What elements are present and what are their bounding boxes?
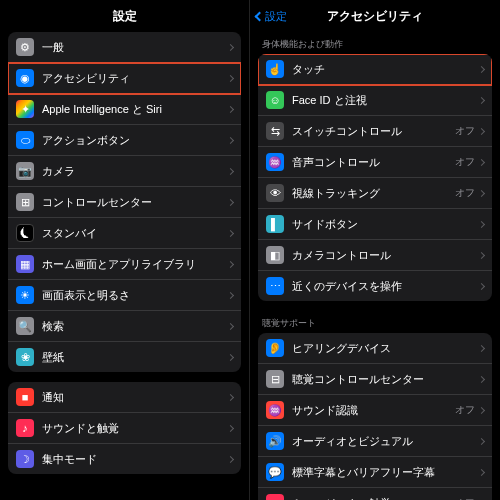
list-row[interactable]: 💬標準字幕とバリアフリー字幕 (258, 457, 492, 488)
action-button-icon: ⬭ (16, 131, 34, 149)
chevron-right-icon (478, 375, 485, 382)
row-label: オーディオとビジュアル (292, 434, 479, 449)
list-row[interactable]: ♒サウンド認識オフ (258, 395, 492, 426)
display-icon: ☀ (16, 286, 34, 304)
touch-icon: ☝ (266, 60, 284, 78)
switch-control-icon: ⇆ (266, 122, 284, 140)
focus-icon: ☽ (16, 450, 34, 468)
list-row[interactable]: ◧カメラコントロール (258, 240, 492, 271)
row-label: 壁紙 (42, 350, 228, 365)
row-label: タッチ (292, 62, 479, 77)
list-row[interactable]: 👂ヒアリングデバイス (258, 333, 492, 364)
camera-icon: 📷 (16, 162, 34, 180)
row-label: スイッチコントロール (292, 124, 455, 139)
voice-control-icon: ♒ (266, 153, 284, 171)
back-button[interactable]: 設定 (256, 9, 287, 24)
list-row[interactable]: ☀画面表示と明るさ (8, 280, 241, 311)
chevron-right-icon (478, 65, 485, 72)
settings-panel: 設定 ⚙一般◉アクセシビリティ✦Apple Intelligence と Sir… (0, 0, 250, 500)
chevron-right-icon (227, 393, 234, 400)
list-row[interactable]: ⊟聴覚コントロールセンター (258, 364, 492, 395)
row-label: カメラ (42, 164, 228, 179)
list-row[interactable]: ☝タッチ (258, 54, 492, 85)
list-row[interactable]: 👁視線トラッキングオフ (258, 178, 492, 209)
row-label: ホーム画面とアプリライブラリ (42, 257, 228, 272)
list-row[interactable]: ▦ホーム画面とアプリライブラリ (8, 249, 241, 280)
chevron-right-icon (478, 406, 485, 413)
list-row[interactable]: 📷カメラ (8, 156, 241, 187)
chevron-right-icon (227, 424, 234, 431)
row-value: オフ (455, 155, 475, 169)
subtitles-icon: 💬 (266, 463, 284, 481)
row-value: オフ (455, 496, 475, 500)
list-row[interactable]: ⊞コントロールセンター (8, 187, 241, 218)
chevron-right-icon (478, 189, 485, 196)
hearing-icon: 👂 (266, 339, 284, 357)
list-row[interactable]: ☽集中モード (8, 444, 241, 474)
list-row[interactable]: ♪サウンドと触覚 (8, 413, 241, 444)
list-row[interactable]: ⬭アクションボタン (8, 125, 241, 156)
eye-tracking-icon: 👁 (266, 184, 284, 202)
chevron-right-icon (478, 282, 485, 289)
row-label: サウンドと触覚 (42, 421, 228, 436)
audio-visual-icon: 🔊 (266, 432, 284, 450)
settings-group: ⚙一般◉アクセシビリティ✦Apple Intelligence と Siri⬭ア… (8, 32, 241, 372)
hearing-control-icon: ⊟ (266, 370, 284, 388)
sounds-icon: ♪ (16, 419, 34, 437)
chevron-right-icon (478, 127, 485, 134)
chevron-right-icon (478, 96, 485, 103)
row-label: 検索 (42, 319, 228, 334)
list-row[interactable]: ⏾スタンバイ (8, 218, 241, 249)
list-row[interactable]: ✦Apple Intelligence と Siri (8, 94, 241, 125)
list-row[interactable]: ❀壁紙 (8, 342, 241, 372)
search-icon: 🔍 (16, 317, 34, 335)
list-row[interactable]: ▌サイドボタン (258, 209, 492, 240)
row-label: アクションボタン (42, 133, 228, 148)
chevron-right-icon (227, 105, 234, 112)
list-row[interactable]: ⇆スイッチコントロールオフ (258, 116, 492, 147)
row-label: ヒアリングデバイス (292, 341, 479, 356)
settings-list-scroll[interactable]: ⚙一般◉アクセシビリティ✦Apple Intelligence と Siri⬭ア… (0, 32, 249, 500)
row-label: 聴覚コントロールセンター (292, 372, 479, 387)
gear-icon: ⚙ (16, 38, 34, 56)
sound-recognition-icon: ♒ (266, 401, 284, 419)
side-button-icon: ▌ (266, 215, 284, 233)
row-label: 通知 (42, 390, 228, 405)
row-label: サイドボタン (292, 217, 479, 232)
list-row[interactable]: ■通知 (8, 382, 241, 413)
row-label: サウンド認識 (292, 403, 455, 418)
control-center-icon: ⊞ (16, 193, 34, 211)
row-label: スタンバイ (42, 226, 228, 241)
list-row[interactable]: ☺Face ID と注視 (258, 85, 492, 116)
chevron-right-icon (227, 229, 234, 236)
list-row[interactable]: ⚙一般 (8, 32, 241, 63)
row-label: Face ID と注視 (292, 93, 479, 108)
section-label: 身体機能および動作 (250, 32, 500, 54)
row-label: アクセシビリティ (42, 71, 228, 86)
chevron-right-icon (478, 251, 485, 258)
list-row[interactable]: ♒音声コントロールオフ (258, 147, 492, 178)
chevron-right-icon (478, 437, 485, 444)
row-label: Apple Intelligence と Siri (42, 102, 228, 117)
accessibility-title: アクセシビリティ (327, 8, 423, 25)
chevron-right-icon (227, 455, 234, 462)
chevron-right-icon (227, 353, 234, 360)
faceid-icon: ☺ (266, 91, 284, 109)
list-row[interactable]: 🔍検索 (8, 311, 241, 342)
settings-group: ■通知♪サウンドと触覚☽集中モード (8, 382, 241, 474)
chevron-right-icon (227, 198, 234, 205)
list-row[interactable]: ⋯近くのデバイスを操作 (258, 271, 492, 301)
row-label: 標準字幕とバリアフリー字幕 (292, 465, 479, 480)
list-row[interactable]: ♫ミュージックの触覚オフ (258, 488, 492, 500)
accessibility-list-scroll[interactable]: 身体機能および動作☝タッチ☺Face ID と注視⇆スイッチコントロールオフ♒音… (250, 32, 500, 500)
accessibility-icon: ◉ (16, 69, 34, 87)
chevron-right-icon (227, 136, 234, 143)
row-label: 近くのデバイスを操作 (292, 279, 479, 294)
accessibility-group: ☝タッチ☺Face ID と注視⇆スイッチコントロールオフ♒音声コントロールオフ… (258, 54, 492, 301)
chevron-right-icon (227, 291, 234, 298)
list-row[interactable]: ◉アクセシビリティ (8, 63, 241, 94)
list-row[interactable]: 🔊オーディオとビジュアル (258, 426, 492, 457)
row-label: ミュージックの触覚 (292, 496, 455, 501)
row-label: 音声コントロール (292, 155, 455, 170)
notifications-icon: ■ (16, 388, 34, 406)
